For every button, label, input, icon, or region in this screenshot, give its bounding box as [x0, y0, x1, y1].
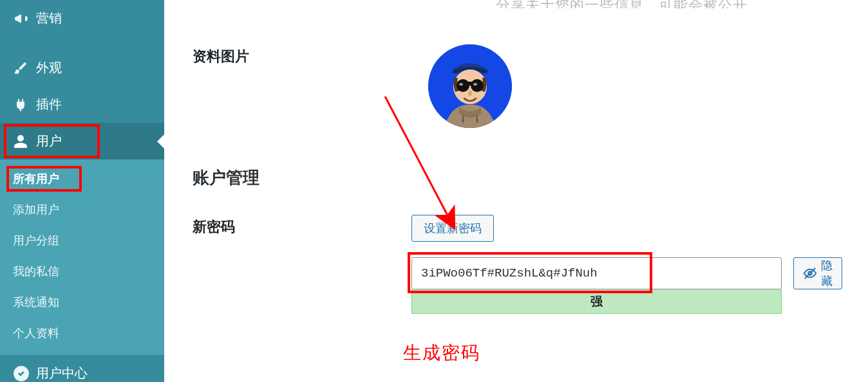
sidebar-item-label: 外观 [36, 59, 62, 77]
sidebar-sub-add-user[interactable]: 添加用户 [0, 194, 164, 225]
sidebar-sub-label: 系统通知 [13, 296, 59, 309]
svg-point-4 [457, 79, 469, 92]
eye-slash-icon [803, 266, 817, 280]
sidebar-sub-profile[interactable]: 个人资料 [0, 318, 164, 349]
sidebar-sub-label: 添加用户 [13, 203, 59, 216]
sidebar-sub-label: 所有用户 [13, 172, 59, 185]
brush-icon [13, 60, 32, 76]
sidebar-item-user-center[interactable]: 用户中心 [0, 355, 164, 382]
partial-top-text: 分享关于您的一些信息。可能会被公开。 [415, 0, 842, 8]
set-new-password-button[interactable]: 设置新密码 [411, 215, 494, 242]
sidebar-item-label: 用户 [36, 132, 62, 150]
sidebar-item-label: 插件 [36, 96, 62, 113]
sidebar-sub-all-users[interactable]: 所有用户 [0, 163, 164, 194]
hide-button-label: 隐藏 [821, 258, 833, 289]
section-account-manage: 账户管理 [190, 167, 842, 189]
svg-point-6 [459, 83, 463, 86]
sidebar-item-marketing[interactable]: 营销 [0, 0, 164, 37]
sidebar-sub-label: 我的私信 [13, 265, 59, 278]
avatar[interactable] [428, 44, 512, 128]
sidebar-sub-label: 用户分组 [13, 234, 59, 247]
user-icon [13, 134, 32, 149]
sidebar-item-label: 用户中心 [36, 365, 88, 382]
megaphone-icon [13, 11, 32, 26]
sidebar-sub-user-groups[interactable]: 用户分组 [0, 225, 164, 256]
label-new-password: 新密码 [190, 215, 392, 237]
sidebar-item-users[interactable]: 用户 [0, 123, 164, 159]
password-strength-indicator: 强 [411, 289, 782, 314]
sidebar-sub-system-notice[interactable]: 系统通知 [0, 287, 164, 318]
badge-icon [13, 366, 32, 381]
plug-icon [13, 97, 32, 113]
sidebar-sub-my-messages[interactable]: 我的私信 [0, 256, 164, 287]
sidebar-item-plugins[interactable]: 插件 [0, 86, 164, 123]
label-profile-image: 资料图片 [190, 44, 409, 66]
svg-point-7 [473, 83, 477, 86]
annotation-generate-password: 生成密码 [403, 341, 480, 365]
row-new-password: 新密码 设置新密码 强 [190, 215, 842, 314]
row-profile-image: 资料图片 [190, 44, 842, 128]
content-area: 分享关于您的一些信息。可能会被公开。 资料图片 [164, 0, 868, 382]
hide-password-button[interactable]: 隐藏 [793, 257, 842, 289]
sidebar-sub-label: 个人资料 [13, 327, 59, 340]
sidebar-item-label: 营销 [36, 10, 62, 27]
svg-point-8 [468, 91, 472, 96]
sidebar: 营销 外观 插件 用户 所有用户 添加用户 用户分组 我的私信 系统 [0, 0, 164, 382]
sidebar-submenu-users: 所有用户 添加用户 用户分组 我的私信 系统通知 个人资料 [0, 159, 164, 355]
sidebar-item-appearance[interactable]: 外观 [0, 50, 164, 86]
svg-point-5 [471, 79, 484, 92]
password-input[interactable] [411, 257, 782, 289]
